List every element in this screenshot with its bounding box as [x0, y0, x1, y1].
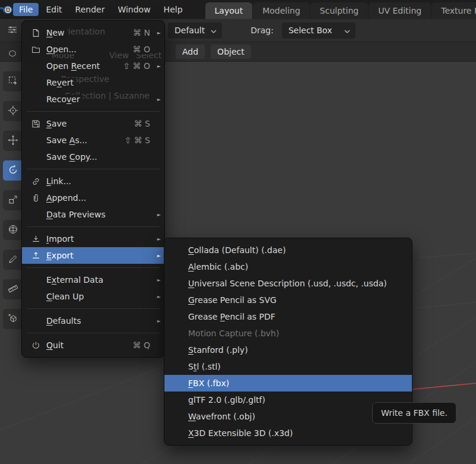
menu-item-label: Append... — [46, 193, 88, 203]
menu-item-save[interactable]: Save⌘ S — [22, 115, 164, 132]
preset-select-value: Default — [174, 26, 205, 35]
menu-item-label: Alembic (.abc) — [188, 262, 250, 272]
menu-separator — [27, 111, 160, 112]
menu-item-label: External Data — [46, 275, 106, 285]
submenu-arrow-icon: ► — [153, 236, 161, 242]
link-icon — [30, 177, 41, 186]
menu-separator — [27, 169, 160, 169]
menu-item-shortcut: ⇧ ⌘ S — [119, 135, 150, 145]
submenu-item-stl-stl[interactable]: Stl (.stl) — [164, 358, 412, 375]
file-new-icon — [30, 29, 41, 37]
menu-item-label: Grease Pencil as PDF — [188, 312, 278, 321]
menu-item-label: glTF 2.0 (.glb/.gltf) — [188, 395, 268, 405]
submenu-item-collada-default-dae[interactable]: Collada (Default) (.dae) — [164, 242, 412, 258]
tooltip-text: Write a FBX file. — [381, 408, 448, 418]
add-cube-icon — [8, 313, 18, 326]
menu-window[interactable]: Window — [112, 3, 156, 16]
blender-logo-icon[interactable] — [0, 0, 13, 19]
transform-icon — [8, 224, 18, 236]
submenu-item-alembic-abc[interactable]: Alembic (.abc) — [164, 258, 412, 275]
menu-item-data-previews[interactable]: Data Previews► — [22, 206, 164, 223]
tab-uv-editing[interactable]: UV Editing — [369, 2, 431, 19]
menu-item-shortcut: ⌘ S — [129, 119, 150, 128]
menu-item-import[interactable]: Import► — [22, 231, 164, 247]
menu-item-label: Save Copy... — [46, 152, 100, 162]
menu-item-defaults[interactable]: Defaults► — [22, 313, 164, 329]
menu-render[interactable]: Render — [69, 3, 111, 16]
tool-scale[interactable] — [3, 190, 23, 210]
tab-layout[interactable]: Layout — [205, 2, 253, 19]
menu-item-recover[interactable]: Recover► — [22, 91, 164, 108]
submenu-arrow-icon: ► — [153, 318, 161, 324]
menu-item-link[interactable]: Link... — [22, 173, 164, 190]
menu-item-label: New — [46, 28, 67, 37]
menu-item-save-copy[interactable]: Save Copy... — [22, 149, 164, 165]
menu-item-open[interactable]: Open...⌘ O — [22, 41, 164, 58]
header-menu-add[interactable]: Add — [176, 45, 205, 59]
editor-type-button[interactable] — [4, 23, 21, 37]
submenu-item-grease-pencil-as-svg[interactable]: Grease Pencil as SVG — [164, 292, 412, 308]
menu-separator — [27, 308, 160, 309]
menu-separator — [27, 267, 160, 268]
power-icon — [30, 341, 41, 350]
menu-item-label: Recover — [46, 94, 82, 104]
rotate-icon — [8, 165, 18, 177]
menu-item-export[interactable]: Export► — [22, 247, 164, 264]
topbar: FileEditRenderWindowHelp LayoutModelingS… — [0, 0, 476, 19]
drag-select[interactable]: Select Box — [282, 23, 356, 39]
tab-modeling[interactable]: Modeling — [253, 2, 310, 19]
menu-item-label: Save As... — [46, 135, 90, 145]
tool-add-cube[interactable] — [3, 309, 23, 329]
tool-annotate[interactable] — [3, 250, 23, 270]
move-icon — [8, 135, 18, 147]
topbar-menubar: FileEditRenderWindowHelp — [13, 3, 189, 16]
tool-measure[interactable] — [3, 279, 23, 299]
tool-rotate[interactable] — [3, 160, 23, 181]
menu-item-label: Open... — [46, 45, 79, 54]
menu-item-append[interactable]: Append... — [22, 190, 164, 206]
tool-move[interactable] — [3, 131, 23, 151]
x-axis-line — [408, 383, 476, 390]
menu-item-label: X3D Extensible 3D (.x3d) — [188, 428, 295, 438]
menu-file[interactable]: File — [13, 3, 39, 16]
submenu-arrow-icon: ► — [153, 294, 161, 299]
menu-item-clean-up[interactable]: Clean Up► — [22, 288, 164, 305]
menu-item-external-data[interactable]: External Data► — [22, 272, 164, 288]
menu-item-revert[interactable]: Revert — [22, 74, 164, 91]
menu-item-shortcut: ⌘ N — [128, 28, 150, 37]
menu-item-label: Quit — [46, 340, 66, 350]
menu-item-label: Defaults — [46, 316, 83, 326]
menu-item-open-recent[interactable]: Open Recent⇧ ⌘ O► — [22, 58, 164, 74]
menu-item-shortcut: ⌘ O — [128, 45, 150, 54]
menu-edit[interactable]: Edit — [40, 3, 68, 16]
submenu-item-x3d-extensible-3d-x3d[interactable]: X3D Extensible 3D (.x3d) — [164, 425, 412, 441]
submenu-item-fbx-fbx[interactable]: FBX (.fbx) — [164, 375, 412, 392]
menu-help[interactable]: Help — [158, 3, 189, 16]
annotate-icon — [8, 254, 18, 266]
tool-transform[interactable] — [3, 220, 23, 240]
menu-item-label: Link... — [46, 176, 74, 186]
tool-select-box[interactable] — [3, 71, 23, 91]
drag-select-value: Select Box — [288, 26, 332, 35]
menu-item-label: Stanford (.ply) — [188, 345, 250, 355]
save-icon — [30, 119, 41, 128]
tool-cursor[interactable] — [3, 101, 23, 121]
preset-select[interactable]: Default — [168, 23, 222, 39]
menu-item-label: Save — [46, 119, 69, 128]
menu-item-shortcut: ⇧ ⌘ O — [118, 61, 150, 71]
submenu-item-stanford-ply[interactable]: Stanford (.ply) — [164, 342, 412, 358]
menu-item-new[interactable]: New⌘ N► — [22, 24, 164, 41]
menu-item-label: FBX (.fbx) — [188, 378, 231, 388]
measure-icon — [8, 283, 18, 296]
tab-texture-p[interactable]: Texture P — [431, 2, 476, 19]
export-icon — [30, 251, 41, 260]
mode-editor-button[interactable] — [4, 47, 21, 61]
menu-item-save-as[interactable]: Save As...⇧ ⌘ S — [22, 132, 164, 149]
menu-item-quit[interactable]: Quit⌘ Q — [22, 337, 164, 353]
folder-icon — [30, 45, 41, 54]
chevron-down-icon — [211, 26, 217, 35]
tab-sculpting[interactable]: Sculpting — [310, 2, 368, 19]
submenu-item-universal-scene-description-usd-usdc-usda[interactable]: Universal Scene Description (.usd, .usdc… — [164, 275, 412, 292]
header-menu-object[interactable]: Object — [211, 45, 251, 59]
submenu-item-grease-pencil-as-pdf[interactable]: Grease Pencil as PDF — [164, 308, 412, 325]
